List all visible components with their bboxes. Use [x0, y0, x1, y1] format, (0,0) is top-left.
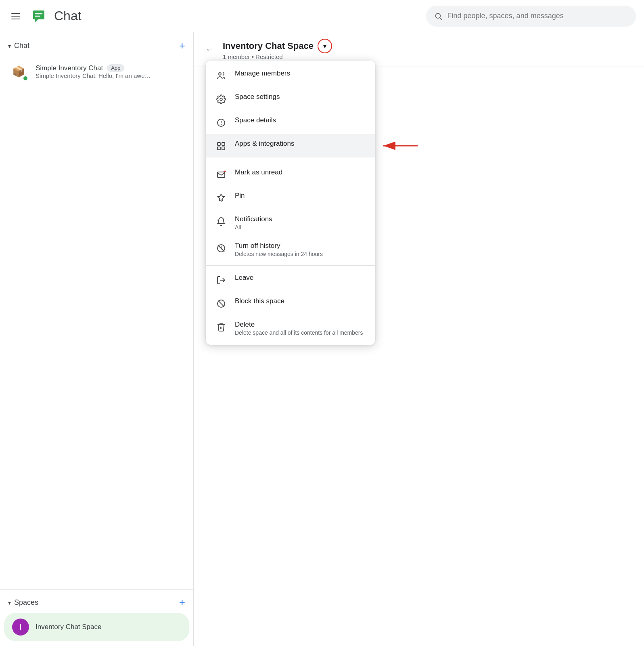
menu-text-block: Block this space	[235, 297, 284, 305]
menu-label-leave: Leave	[235, 274, 253, 282]
menu-label-turn-off-history: Turn off history	[235, 242, 323, 250]
delete-icon	[215, 321, 227, 333]
svg-line-16	[218, 245, 224, 252]
menu-text-delete: Delete Delete space and all of its conte…	[235, 321, 363, 336]
dropdown-button[interactable]: ▾	[318, 39, 332, 53]
space-details-icon	[215, 117, 227, 128]
svg-rect-11	[222, 147, 225, 150]
search-bar[interactable]	[426, 6, 636, 27]
menu-text-space-settings: Space settings	[235, 93, 280, 101]
add-chat-button[interactable]: +	[179, 40, 185, 52]
chevron-down-icon: ▾	[323, 42, 326, 50]
space-name: Inventory Chat Space	[36, 623, 101, 631]
menu-item-apps-integrations[interactable]: Apps & integrations	[206, 134, 375, 157]
chat-section-title: ▾ Chat	[8, 42, 29, 50]
chat-preview: Simple Inventory Chat: Hello, I'm an awe…	[36, 72, 173, 79]
apps-integrations-icon	[215, 141, 227, 152]
dropdown-menu: Manage members Space settings Space deta…	[206, 61, 375, 345]
spaces-section: ▾ Spaces + I Inventory Chat Space	[0, 589, 193, 642]
leave-icon	[215, 275, 227, 286]
menu-text-manage-members: Manage members	[235, 69, 290, 78]
menu-item-space-settings[interactable]: Space settings	[206, 87, 375, 111]
history-icon	[215, 243, 227, 254]
space-list-item[interactable]: I Inventory Chat Space	[4, 613, 189, 641]
red-arrow-annotation	[379, 136, 420, 156]
hamburger-button[interactable]	[8, 10, 23, 23]
chat-section-header[interactable]: ▾ Chat +	[0, 36, 193, 55]
menu-item-delete[interactable]: Delete Delete space and all of its conte…	[206, 315, 375, 342]
menu-text-notifications: Notifications All	[235, 215, 272, 231]
menu-sublabel-turn-off-history: Deletes new messages in 24 hours	[235, 251, 323, 257]
space-avatar: I	[12, 619, 29, 636]
menu-divider-2	[206, 265, 375, 266]
menu-item-manage-members[interactable]: Manage members	[206, 64, 375, 87]
space-settings-icon	[215, 94, 227, 105]
svg-point-3	[219, 73, 221, 75]
svg-line-19	[218, 301, 224, 306]
pin-icon	[215, 193, 227, 204]
chat-section: ▾ Chat + 📦 Simple Inventory Chat App Sim…	[0, 36, 193, 88]
menu-sublabel-delete: Delete space and all of its contents for…	[235, 329, 363, 336]
chat-name: Simple Inventory Chat	[36, 64, 103, 72]
search-icon	[434, 12, 443, 21]
chat-name-row: Simple Inventory Chat App	[36, 64, 185, 72]
svg-rect-8	[217, 143, 220, 145]
spaces-chevron-icon: ▾	[8, 600, 11, 606]
menu-sublabel-notifications: All	[235, 224, 272, 231]
content-area: ← Inventory Chat Space ▾ 1 member • Rest…	[194, 32, 644, 646]
menu-item-leave[interactable]: Leave	[206, 268, 375, 292]
menu-label-mark-unread: Mark as unread	[235, 168, 282, 176]
menu-label-notifications: Notifications	[235, 215, 272, 223]
menu-text-pin: Pin	[235, 192, 245, 200]
back-button[interactable]: ←	[202, 42, 218, 58]
menu-label-block: Block this space	[235, 297, 284, 305]
spaces-section-title: ▾ Spaces	[8, 598, 38, 607]
space-title: Inventory Chat Space	[223, 41, 314, 51]
svg-line-2	[440, 17, 442, 19]
menu-text-turn-off-history: Turn off history Deletes new messages in…	[235, 242, 323, 257]
menu-item-pin[interactable]: Pin	[206, 186, 375, 210]
menu-text-mark-unread: Mark as unread	[235, 168, 282, 176]
space-title-row: Inventory Chat Space ▾	[223, 39, 332, 53]
menu-item-space-details[interactable]: Space details	[206, 111, 375, 134]
menu-label-pin: Pin	[235, 192, 245, 200]
block-icon	[215, 298, 227, 309]
svg-point-4	[220, 98, 222, 101]
menu-label-manage-members: Manage members	[235, 69, 290, 78]
online-indicator	[23, 76, 28, 81]
add-space-button[interactable]: +	[179, 596, 185, 609]
space-title-area: Inventory Chat Space ▾ 1 member • Restri…	[223, 39, 332, 60]
menu-text-space-details: Space details	[235, 116, 276, 124]
app-logo-icon	[30, 7, 48, 25]
menu-text-apps-integrations: Apps & integrations	[235, 140, 294, 148]
avatar: 📦	[8, 61, 29, 82]
mark-unread-icon	[215, 169, 227, 180]
menu-item-notifications[interactable]: Notifications All	[206, 210, 375, 236]
notifications-icon	[215, 216, 227, 227]
menu-label-space-details: Space details	[235, 116, 276, 124]
spaces-section-header[interactable]: ▾ Spaces +	[0, 593, 193, 612]
svg-rect-9	[222, 143, 225, 145]
svg-rect-10	[217, 147, 220, 150]
menu-label-apps-integrations: Apps & integrations	[235, 140, 294, 148]
menu-item-turn-off-history[interactable]: Turn off history Deletes new messages in…	[206, 236, 375, 263]
chat-list-item[interactable]: 📦 Simple Inventory Chat App Simple Inven…	[0, 55, 193, 88]
manage-members-icon	[215, 70, 227, 82]
app-title: Chat	[54, 8, 82, 23]
app-header: Chat	[0, 0, 644, 32]
menu-label-space-settings: Space settings	[235, 93, 280, 101]
main-layout: ▾ Chat + 📦 Simple Inventory Chat App Sim…	[0, 32, 644, 646]
chat-chevron-icon: ▾	[8, 43, 11, 49]
sidebar: ▾ Chat + 📦 Simple Inventory Chat App Sim…	[0, 32, 194, 646]
search-input[interactable]	[447, 12, 628, 20]
app-badge: App	[107, 64, 124, 72]
space-meta: 1 member • Restricted	[223, 53, 332, 60]
menu-text-leave: Leave	[235, 274, 253, 282]
menu-label-delete: Delete	[235, 321, 363, 329]
menu-item-mark-unread[interactable]: Mark as unread	[206, 163, 375, 186]
chat-info: Simple Inventory Chat App Simple Invento…	[36, 64, 185, 79]
menu-divider-1	[206, 160, 375, 160]
menu-item-block[interactable]: Block this space	[206, 292, 375, 315]
